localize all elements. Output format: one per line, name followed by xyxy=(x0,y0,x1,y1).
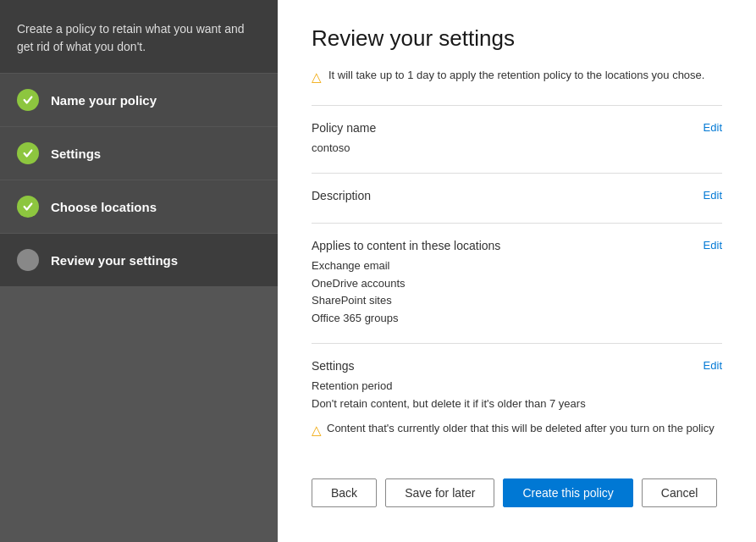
location-sharepoint: SharePoint sites xyxy=(312,292,722,310)
step-icon-settings xyxy=(17,142,39,164)
footer-buttons: Back Save for later Create this policy C… xyxy=(312,478,722,507)
warning-icon-settings: △ xyxy=(312,423,322,438)
top-warning-text: It will take up to 1 day to apply the re… xyxy=(328,69,704,81)
locations-label: Applies to content in these locations xyxy=(312,239,500,252)
section-description: Description Edit xyxy=(312,173,722,223)
section-settings-header: Settings Edit xyxy=(312,359,722,373)
sidebar-step-choose-locations[interactable]: Choose locations xyxy=(0,180,278,234)
settings-sub-warning: △ Content that's currently older that th… xyxy=(312,422,722,438)
top-warning-banner: △ It will take up to 1 day to apply the … xyxy=(312,69,722,85)
sidebar-intro-text: Create a policy to retain what you want … xyxy=(17,22,245,53)
description-label: Description xyxy=(312,189,371,202)
location-office365: Office 365 groups xyxy=(312,310,722,328)
section-locations-header: Applies to content in these locations Ed… xyxy=(312,239,722,252)
sidebar-step-settings[interactable]: Settings xyxy=(0,127,278,180)
step-icon-choose-locations xyxy=(17,196,39,218)
cancel-button[interactable]: Cancel xyxy=(642,478,718,507)
location-onedrive: OneDrive accounts xyxy=(312,275,722,293)
sidebar-step-review-settings[interactable]: Review your settings xyxy=(0,234,278,287)
policy-name-value: contoso xyxy=(312,140,722,158)
location-exchange: Exchange email xyxy=(312,257,722,275)
policy-name-text: contoso xyxy=(312,141,350,154)
back-button[interactable]: Back xyxy=(312,478,377,507)
settings-edit-link[interactable]: Edit xyxy=(704,359,722,372)
sidebar: Create a policy to retain what you want … xyxy=(0,0,278,542)
settings-value: Retention period Don't retain content, b… xyxy=(312,378,722,413)
settings-warning-text: Content that's currently older that this… xyxy=(327,422,715,434)
save-for-later-button[interactable]: Save for later xyxy=(385,478,494,507)
retention-period-value: Don't retain content, but delete it if i… xyxy=(312,395,722,413)
section-settings: Settings Edit Retention period Don't ret… xyxy=(312,343,722,453)
section-policy-name-header: Policy name Edit xyxy=(312,121,722,135)
sidebar-step-label-settings: Settings xyxy=(51,147,101,161)
sidebar-steps: Name your policy Settings Choose locatio… xyxy=(0,74,278,287)
retention-period-label: Retention period xyxy=(312,378,722,395)
sidebar-step-label-review-settings: Review your settings xyxy=(51,253,178,268)
section-description-header: Description Edit xyxy=(312,189,722,202)
step-icon-review-settings xyxy=(17,249,39,271)
create-policy-button[interactable]: Create this policy xyxy=(503,478,632,507)
step-icon-name-policy xyxy=(17,89,39,111)
section-policy-name: Policy name Edit contoso xyxy=(312,105,722,173)
page-title: Review your settings xyxy=(312,25,722,52)
sidebar-step-label-name-policy: Name your policy xyxy=(51,93,157,108)
warning-icon-top: △ xyxy=(312,69,322,85)
policy-name-edit-link[interactable]: Edit xyxy=(704,121,722,134)
section-locations: Applies to content in these locations Ed… xyxy=(312,223,722,343)
policy-name-label: Policy name xyxy=(312,121,376,135)
sidebar-bottom xyxy=(0,287,278,542)
main-content: Review your settings △ It will take up t… xyxy=(278,0,756,542)
locations-value: Exchange email OneDrive accounts SharePo… xyxy=(312,257,722,328)
sidebar-step-label-choose-locations: Choose locations xyxy=(51,200,157,214)
settings-label: Settings xyxy=(312,359,355,373)
sidebar-step-name-policy[interactable]: Name your policy xyxy=(0,74,278,127)
sidebar-intro: Create a policy to retain what you want … xyxy=(0,0,278,74)
locations-edit-link[interactable]: Edit xyxy=(704,239,722,252)
description-edit-link[interactable]: Edit xyxy=(704,189,722,202)
